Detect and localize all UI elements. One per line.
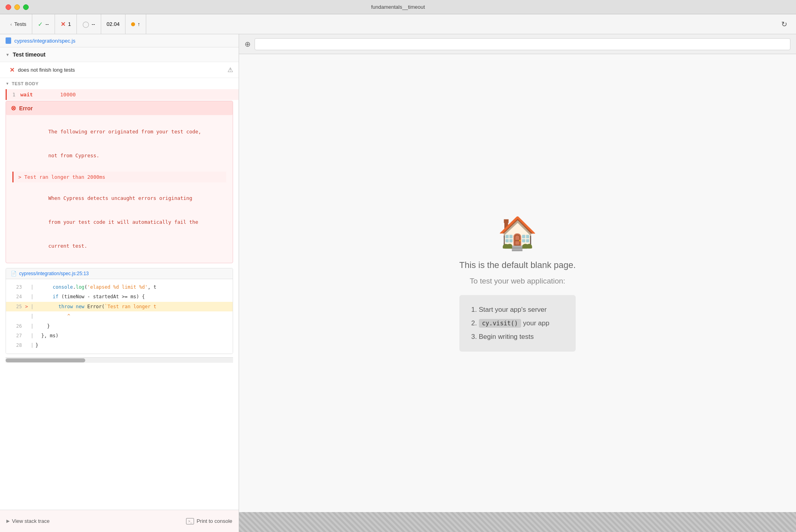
error-line3: When Cypress detects uncaught errors ori…: [48, 195, 192, 201]
fail-stat: ✕ 1: [55, 14, 77, 34]
error-circle-icon: ⊗: [11, 104, 16, 112]
home-icon: 🏠: [459, 215, 576, 252]
code-file-icon: 📄: [11, 271, 17, 276]
test-body-label-text: TEST BODY: [12, 81, 38, 86]
cmd-name: wait: [20, 92, 52, 98]
test-item[interactable]: ✕ does not finish long tests ⚠: [0, 62, 239, 78]
error-line5: current test.: [48, 243, 87, 249]
code-line-24: 24 | if (timeNow - startedAt >= ms) {: [6, 292, 233, 301]
code-line-27: 27 | }, ms): [6, 331, 233, 340]
line-pipe-28: |: [31, 341, 34, 349]
horizontal-scrollbar[interactable]: [6, 357, 233, 363]
left-panel: cypress/integration/spec.js ▼ Test timeo…: [0, 34, 239, 532]
line-pipe-24: |: [31, 293, 34, 301]
code-line-25: 25 > | throw new Error(`Test ran longer …: [6, 302, 233, 311]
time-display: 02.04: [101, 14, 126, 34]
line-content-23: console.log('elapsed %d limit %d', t: [35, 283, 157, 291]
line-content-27: }, ms): [35, 332, 59, 340]
code-line-26: 26 | }: [6, 321, 233, 331]
error-line2: not from Cypress.: [48, 153, 99, 158]
code-file-header: 📄 cypress/integration/spec.js:25:13: [6, 268, 233, 279]
running-indicator: ↑: [125, 14, 146, 34]
cy-visit-badge: cy.visit(): [479, 319, 521, 328]
line-content-26: }: [35, 322, 50, 330]
line-content-24: if (timeNow - startedAt >= ms) {: [35, 293, 145, 301]
url-bar[interactable]: [255, 38, 790, 50]
step1: 1. Start your app's server: [471, 303, 564, 317]
test-group-label: Test timeout: [13, 51, 45, 58]
window-title: fundamentals__timeout: [371, 4, 425, 10]
test-fail-icon: ✕: [10, 66, 15, 74]
app-container: ‹ Tests ✓ -- ✕ 1 ◯ -- 02.04 ↑ ↻: [0, 14, 796, 532]
test-item-label: does not finish long tests: [18, 67, 75, 73]
browser-content: 🏠 This is the default blank page. To tes…: [239, 54, 796, 512]
line-content-28: }: [35, 341, 38, 349]
reload-button[interactable]: ↻: [781, 20, 787, 29]
code-line-caret: | ^: [6, 311, 233, 321]
line-num-27: 27: [11, 332, 22, 340]
error-header: ⊗ Error: [6, 101, 233, 115]
content-area: cypress/integration/spec.js ▼ Test timeo…: [0, 34, 796, 532]
step3: 3. Begin writing tests: [471, 330, 564, 344]
error-block: ⊗ Error The following error originated f…: [6, 101, 233, 263]
print-icon: >_: [186, 518, 194, 524]
command-row: 1 wait 10000: [6, 89, 239, 100]
file-path: cypress/integration/spec.js: [14, 38, 75, 44]
code-content: 23 | console.log('elapsed %d limit %d', …: [6, 279, 233, 354]
instructions-card: 1. Start your app's server 2. cy.visit()…: [459, 295, 576, 352]
running-dot: [131, 22, 135, 26]
toolbar: ‹ Tests ✓ -- ✕ 1 ◯ -- 02.04 ↑ ↻: [0, 14, 796, 34]
line-pipe-25: |: [31, 303, 34, 311]
blank-page-card: 🏠 This is the default blank page. To tes…: [435, 199, 600, 368]
cmd-number: 1: [12, 92, 20, 98]
close-button[interactable]: [6, 4, 11, 10]
running-arrow: ↑: [137, 21, 140, 27]
line-num-23: 23: [11, 283, 22, 291]
warning-icon: ⚠: [227, 66, 233, 74]
browser-toolbar: ⊕: [239, 34, 796, 54]
cmd-value: 10000: [60, 92, 76, 98]
line-content-caret: ^: [35, 312, 70, 320]
view-stack-trace-button[interactable]: ▶ View stack trace: [6, 518, 49, 524]
file-icon: [6, 37, 11, 44]
print-console-button[interactable]: >_ Print to console: [186, 518, 232, 524]
bottom-stripe: [239, 512, 796, 532]
file-header: cypress/integration/spec.js: [0, 34, 239, 47]
tests-label: Tests: [14, 21, 26, 27]
blank-page-title: This is the default blank page.: [459, 260, 576, 270]
line-num-25: 25: [11, 303, 22, 311]
fail-count: 1: [68, 21, 71, 27]
test-body-scroll[interactable]: ▼ Test timeout ✕ does not finish long te…: [0, 47, 239, 510]
bottom-bar: ▶ View stack trace >_ Print to console: [0, 510, 239, 532]
crosshair-icon[interactable]: ⊕: [245, 40, 251, 49]
right-panel: ⊕ 🏠 This is the default blank page. To t…: [239, 34, 796, 532]
toolbar-right: ↻: [781, 20, 791, 29]
error-line4: from your test code it will automaticall…: [48, 219, 198, 225]
test-group-header[interactable]: ▼ Test timeout: [0, 47, 239, 62]
x-icon: ✕: [61, 21, 66, 28]
tests-button[interactable]: ‹ Tests: [5, 14, 32, 34]
test-item-left: ✕ does not finish long tests: [10, 66, 75, 74]
code-line-28: 28 | }: [6, 340, 233, 350]
view-stack-trace-label: View stack trace: [12, 518, 49, 524]
maximize-button[interactable]: [23, 4, 29, 10]
circle-icon: ◯: [82, 21, 89, 28]
small-triangle-icon: ▼: [6, 82, 9, 86]
title-bar: fundamentals__timeout: [0, 0, 796, 14]
line-pipe-23: |: [31, 283, 34, 291]
line-pipe-26: |: [31, 322, 34, 330]
minimize-button[interactable]: [14, 4, 20, 10]
triangle-right-icon: ▶: [6, 518, 10, 524]
scrollbar-thumb: [6, 358, 85, 362]
step2: 2. cy.visit() your app: [471, 317, 564, 330]
error-title: Error: [19, 105, 33, 111]
chevron-left-icon: ‹: [10, 22, 12, 27]
line-num-24: 24: [11, 293, 22, 301]
code-block: 📄 cypress/integration/spec.js:25:13 23 |…: [6, 268, 233, 354]
line-pipe-caret: |: [31, 312, 34, 320]
line-pipe-27: |: [31, 332, 34, 340]
pass-count: --: [45, 21, 49, 27]
line-num-26: 26: [11, 322, 22, 330]
blank-page-subtitle: To test your web application:: [459, 277, 576, 286]
line-content-25: throw new Error(`Test ran longer t: [35, 303, 156, 311]
